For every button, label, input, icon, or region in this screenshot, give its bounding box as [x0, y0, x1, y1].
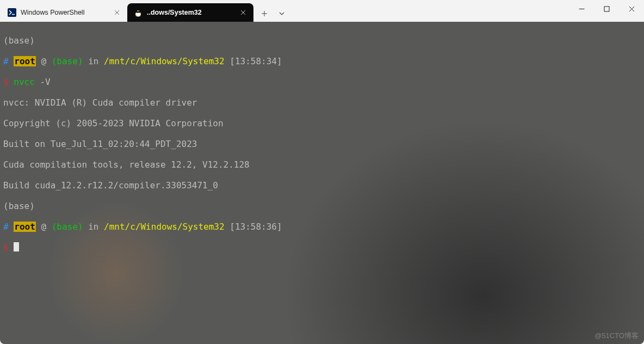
cursor-icon — [14, 242, 19, 251]
terminal-output: nvcc: NVIDIA (R) Cuda compiler driver — [3, 97, 640, 108]
terminal-output: Build cuda_12.2.r12.2/compiler.33053471_… — [3, 180, 640, 191]
watermark: @51CTO博客 — [595, 330, 639, 341]
terminal-window: Windows PowerShell — [0, 0, 644, 344]
terminal-prompt: # root @ (base) in /mnt/c/Windows/System… — [3, 222, 640, 232]
maximize-button[interactable] — [594, 0, 619, 17]
powershell-icon — [8, 8, 16, 17]
svg-point-5 — [138, 11, 138, 11]
close-icon[interactable] — [112, 8, 122, 17]
title-bar: Windows PowerShell — [0, 0, 644, 22]
terminal-line: (base) — [3, 35, 640, 46]
new-tab-button[interactable] — [256, 5, 273, 22]
terminal-cursor-line: $ — [3, 242, 640, 253]
minimize-button[interactable] — [569, 0, 594, 17]
close-icon[interactable] — [238, 8, 248, 17]
terminal-command: $ nvcc -V — [3, 77, 640, 87]
tab-title: ..dows/System32 — [147, 9, 234, 16]
tab-wsl[interactable]: ..dows/System32 — [127, 3, 253, 22]
terminal-line: (base) — [3, 201, 640, 211]
terminal-output: Cuda compilation tools, release 12.2, V1… — [3, 159, 640, 170]
terminal-prompt: # root @ (base) in /mnt/c/Windows/System… — [3, 56, 640, 66]
terminal-pane[interactable]: (base) # root @ (base) in /mnt/c/Windows… — [0, 22, 644, 344]
terminal-output: Built on Tue_Jul_11_02:20:44_PDT_2023 — [3, 139, 640, 149]
svg-rect-7 — [604, 7, 609, 11]
svg-point-2 — [137, 13, 140, 16]
tab-strip: Windows PowerShell — [0, 0, 290, 22]
terminal-output: Copyright (c) 2005-2023 NVIDIA Corporati… — [3, 118, 640, 128]
linux-tux-icon — [134, 8, 143, 17]
close-window-button[interactable] — [619, 0, 644, 17]
svg-point-6 — [139, 11, 139, 11]
tab-title: Windows PowerShell — [21, 9, 108, 16]
tab-powershell[interactable]: Windows PowerShell — [1, 3, 127, 22]
tab-dropdown-button[interactable] — [273, 5, 290, 22]
window-controls — [569, 0, 644, 17]
